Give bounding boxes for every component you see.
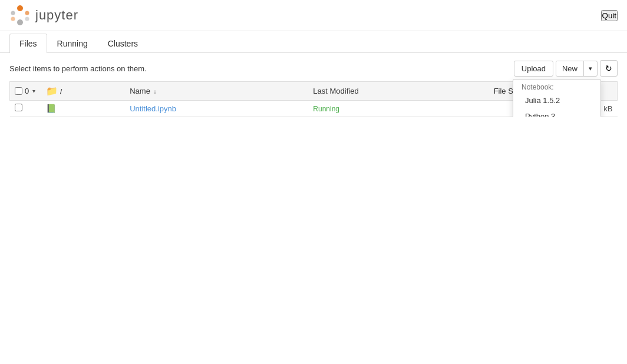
sort-icon: ↓ [154,88,157,95]
svg-point-0 [17,5,23,11]
quit-button[interactable]: Quit [601,10,618,21]
status-badge: Running [313,105,339,113]
new-button-caret[interactable]: ▾ [584,62,597,75]
toolbar: Select items to perform actions on them.… [0,55,627,81]
upload-button[interactable]: Upload [514,61,553,77]
new-dropdown-menu: Notebook: Julia 1.5.2 Python 3 Other: Te… [513,79,601,117]
tab-bar: Files Running Clusters [0,34,627,53]
toolbar-right: Upload New ▾ ↻ Notebook: Julia 1.5.2 Pyt… [514,60,618,77]
new-button-group: New ▾ [556,61,598,77]
tab-running[interactable]: Running [47,34,98,53]
jupyter-logo-icon [9,5,31,26]
row-checkbox-cell [10,101,42,117]
svg-point-2 [25,11,29,15]
selected-count: 0 [25,87,29,95]
new-button-label[interactable]: New [556,61,584,76]
row-checkbox[interactable] [15,104,22,111]
logo: jupyter [9,5,78,26]
tab-clusters[interactable]: Clusters [98,34,148,53]
tab-files[interactable]: Files [9,34,47,53]
svg-point-4 [11,17,15,21]
app-title: jupyter [35,8,78,23]
header-name[interactable]: Name ↓ [125,82,308,101]
header-path-label: / [60,87,62,96]
dropdown-item-julia[interactable]: Julia 1.5.2 [513,92,600,108]
dropdown-item-python3[interactable]: Python 3 [513,108,600,117]
header: jupyter Quit [0,0,627,31]
row-name-cell: Untitled.ipynb [125,101,308,117]
svg-point-3 [11,11,15,15]
svg-point-5 [25,17,29,21]
select-info-text: Select items to perform actions on them. [9,64,147,73]
folder-icon: 📁 [46,86,58,96]
header-path: 📁 / [41,82,125,101]
notebook-section-label: Notebook: [513,80,600,92]
notebook-icon: 📗 [46,104,56,113]
row-status-cell: Running [308,101,489,117]
header-last-modified[interactable]: Last Modified [308,82,489,101]
select-all-checkbox[interactable] [15,87,22,95]
refresh-button[interactable]: ↻ [600,60,618,77]
header-checkbox-cell: 0 ▾ [10,82,42,101]
row-icon-cell: 📗 [41,101,125,117]
svg-point-1 [17,19,23,25]
file-link[interactable]: Untitled.ipynb [130,104,176,113]
select-dropdown-button[interactable]: ▾ [31,88,37,94]
